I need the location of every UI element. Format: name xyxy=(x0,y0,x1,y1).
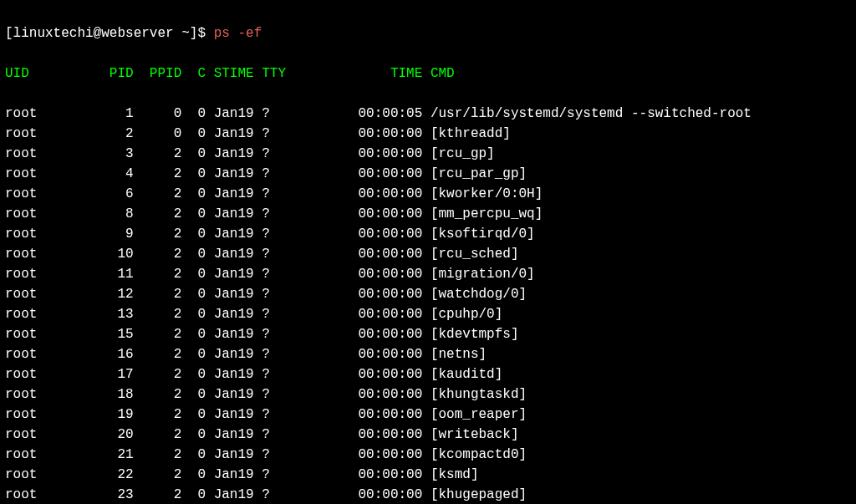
process-row: root 19 2 0 Jan19 ? 00:00:00 [oom_reaper… xyxy=(5,405,851,425)
process-row: root 8 2 0 Jan19 ? 00:00:00 [mm_percpu_w… xyxy=(5,204,851,224)
command-prompt-line: [linuxtechi@webserver ~]$ ps -ef xyxy=(5,23,851,43)
process-row: root 1 0 0 Jan19 ? 00:00:05 /usr/lib/sys… xyxy=(5,104,851,124)
ps-header-row: UID PID PPID C STIME TTY TIME CMD xyxy=(5,64,851,84)
process-row: root 23 2 0 Jan19 ? 00:00:00 [khugepaged… xyxy=(5,485,851,504)
terminal-output[interactable]: [linuxtechi@webserver ~]$ ps -ef UID PID… xyxy=(5,3,851,504)
process-row: root 2 0 0 Jan19 ? 00:00:00 [kthreadd] xyxy=(5,124,851,144)
command-args: -ef xyxy=(230,26,262,41)
process-row: root 11 2 0 Jan19 ? 00:00:00 [migration/… xyxy=(5,264,851,284)
process-row: root 12 2 0 Jan19 ? 00:00:00 [watchdog/0… xyxy=(5,284,851,304)
process-row: root 21 2 0 Jan19 ? 00:00:00 [kcompactd0… xyxy=(5,445,851,465)
process-row: root 18 2 0 Jan19 ? 00:00:00 [khungtaskd… xyxy=(5,384,851,405)
prompt-prefix: [linuxtechi@webserver ~]$ xyxy=(5,26,214,41)
command-name: ps xyxy=(214,26,230,41)
process-row: root 3 2 0 Jan19 ? 00:00:00 [rcu_gp] xyxy=(5,144,851,164)
process-row: root 9 2 0 Jan19 ? 00:00:00 [ksoftirqd/0… xyxy=(5,224,851,244)
process-row: root 15 2 0 Jan19 ? 00:00:00 [kdevtmpfs] xyxy=(5,324,851,344)
process-row: root 17 2 0 Jan19 ? 00:00:00 [kauditd] xyxy=(5,364,851,384)
process-row: root 6 2 0 Jan19 ? 00:00:00 [kworker/0:0… xyxy=(5,184,851,204)
process-row: root 16 2 0 Jan19 ? 00:00:00 [netns] xyxy=(5,344,851,364)
process-row: root 4 2 0 Jan19 ? 00:00:00 [rcu_par_gp] xyxy=(5,164,851,184)
process-row: root 13 2 0 Jan19 ? 00:00:00 [cpuhp/0] xyxy=(5,304,851,324)
process-row: root 20 2 0 Jan19 ? 00:00:00 [writeback] xyxy=(5,425,851,445)
process-row: root 10 2 0 Jan19 ? 00:00:00 [rcu_sched] xyxy=(5,244,851,264)
process-row: root 22 2 0 Jan19 ? 00:00:00 [ksmd] xyxy=(5,465,851,485)
